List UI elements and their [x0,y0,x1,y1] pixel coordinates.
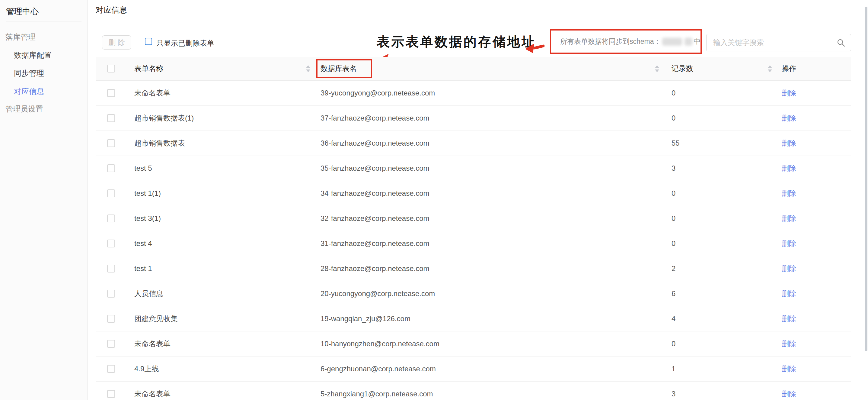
form-name: test 1 [134,264,152,273]
form-name: test 4 [134,239,152,248]
row-actions-cell: 删除 [776,88,851,98]
row-record-count-cell: 0 [661,89,776,97]
form-name: 4.9上线 [134,364,159,374]
record-count: 0 [672,214,676,222]
row-db-table-cell: 10-hanyongzhen@corp.netease.com [314,340,661,348]
delete-link[interactable]: 删除 [782,365,796,373]
sidebar-item-mapping-active[interactable]: 对应信息 [14,86,44,96]
sidebar-item-admin-settings[interactable]: 管理员设置 [5,104,43,114]
row-checkbox-cell [96,365,134,373]
delete-link[interactable]: 删除 [782,340,796,348]
delete-link[interactable]: 删除 [782,239,796,248]
row-record-count-cell: 3 [661,164,776,172]
sidebar-item-db-config[interactable]: 数据库配置 [14,50,52,60]
row-checkbox-cell [96,114,134,122]
row-record-count-cell: 1 [661,365,776,373]
row-checkbox[interactable] [107,265,115,273]
row-checkbox-cell [96,215,134,222]
row-checkbox[interactable] [107,315,115,323]
row-actions-cell: 删除 [776,164,851,173]
table-row: 超市销售数据表(1) 37-fanzhaoze@corp.netease.com… [96,106,851,131]
row-checkbox-cell [96,340,134,348]
table-row: test 1(1) 34-fanzhaoze@corp.netease.com … [96,181,851,206]
redacted-schema-value [662,38,682,46]
search-input[interactable] [707,34,851,51]
row-actions-cell: 删除 [776,289,851,298]
delete-link[interactable]: 删除 [782,264,796,273]
row-form-name-cell: test 4 [134,239,314,248]
delete-button-label: 删 除 [108,38,125,48]
row-checkbox[interactable] [107,190,115,197]
sidebar-divider [6,21,82,22]
form-name: test 5 [134,164,152,172]
db-table-name: 28-fanzhaoze@corp.netease.com [320,264,430,273]
delete-link[interactable]: 删除 [782,114,796,122]
row-record-count-cell: 2 [661,264,776,273]
show-deleted-checkbox[interactable] [145,38,152,45]
row-db-table-cell: 34-fanzhaoze@corp.netease.com [314,189,661,198]
red-arrow-left-icon [524,40,545,54]
row-db-table-cell: 20-yucongyong@corp.netease.com [314,289,661,298]
form-name: test 3(1) [134,214,161,223]
column-header-actions: 操作 [776,64,851,74]
table-row: test 1 28-fanzhaoze@corp.netease.com 2 删… [96,256,851,281]
record-count: 0 [672,239,676,248]
table-row: 超市销售数据表 36-fanzhaoze@corp.netease.com 55… [96,131,851,156]
column-header-record-count: 记录数 [661,64,776,74]
row-actions-cell: 删除 [776,364,851,374]
row-checkbox[interactable] [107,114,115,122]
sort-record-count-icon[interactable] [768,65,772,72]
delete-link[interactable]: 删除 [782,139,796,147]
sort-form-name-icon[interactable] [306,65,310,72]
row-checkbox[interactable] [107,390,115,398]
db-table-name: 34-fanzhaoze@corp.netease.com [320,189,430,197]
row-checkbox[interactable] [107,215,115,222]
row-actions-cell: 删除 [776,138,851,148]
column-header-record-count-label: 记录数 [672,64,693,74]
sidebar-group-storage: 落库管理 [5,32,36,42]
table-row: 团建意见收集 19-wangqian_zju@126.com 4 删除 [96,306,851,332]
redacted-schema-value-2 [684,38,692,46]
delete-link[interactable]: 删除 [782,289,796,297]
row-form-name-cell: 人员信息 [134,289,314,298]
table-body: 未命名表单 39-yucongyong@corp.netease.com 0 删… [96,81,851,400]
record-count: 55 [672,139,680,147]
db-table-name: 19-wangqian_zju@126.com [320,314,410,323]
row-checkbox[interactable] [107,290,115,297]
table-row: 未命名表单 10-hanyongzhen@corp.netease.com 0 … [96,332,851,356]
delete-button[interactable]: 删 除 [102,35,131,50]
select-all-checkbox[interactable] [107,65,115,73]
row-form-name-cell: 超市销售数据表(1) [134,113,314,123]
delete-link[interactable]: 删除 [782,390,796,398]
table-row: 4.9上线 6-gengzhuonan@corp.netease.com 1 删… [96,356,851,381]
sidebar-item-sync[interactable]: 同步管理 [14,68,44,78]
table-row: test 5 35-fanzhaoze@corp.netease.com 3 删… [96,156,851,181]
sort-db-table-icon[interactable] [655,65,659,72]
row-checkbox[interactable] [107,164,115,172]
schema-sync-text-suffix: 中 [693,37,701,46]
row-checkbox[interactable] [107,340,115,348]
delete-link[interactable]: 删除 [782,189,796,197]
form-name: 未命名表单 [134,88,170,98]
table-row: test 4 31-fanzhaoze@corp.netease.com 0 删… [96,231,851,256]
row-checkbox[interactable] [107,239,115,248]
search-icon[interactable] [837,39,845,47]
row-checkbox[interactable] [107,89,115,97]
db-table-name: 20-yucongyong@corp.netease.com [320,289,435,297]
row-db-table-cell: 39-yucongyong@corp.netease.com [314,89,661,97]
table-row: 未命名表单 39-yucongyong@corp.netease.com 0 删… [96,81,851,106]
row-actions-cell: 删除 [776,239,851,248]
row-checkbox[interactable] [107,139,115,147]
vertical-scrollbar-thumb[interactable] [865,7,867,351]
row-db-table-cell: 5-zhangxiang1@corp.netease.com [314,390,661,398]
row-checkbox[interactable] [107,365,115,373]
delete-link[interactable]: 删除 [782,89,796,97]
row-record-count-cell: 55 [661,139,776,147]
delete-link[interactable]: 删除 [782,314,796,323]
delete-link[interactable]: 删除 [782,214,796,222]
row-db-table-cell: 6-gengzhuonan@corp.netease.com [314,365,661,373]
delete-link[interactable]: 删除 [782,164,796,172]
db-table-name: 36-fanzhaoze@corp.netease.com [320,139,430,147]
row-form-name-cell: test 1 [134,264,314,273]
row-record-count-cell: 6 [661,289,776,298]
